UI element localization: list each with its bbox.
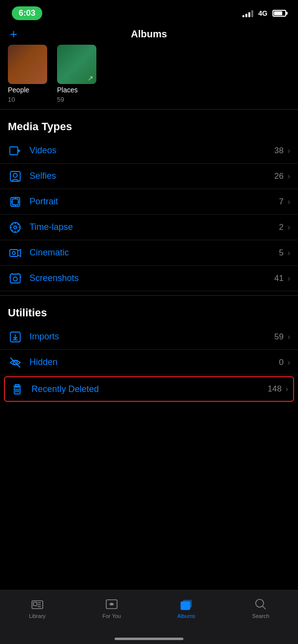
videos-chevron: › [288,146,290,155]
videos-label: Videos [30,145,274,156]
places-count: 59 [57,96,96,103]
places-label: Places [57,86,96,94]
tab-search[interactable]: Search [224,595,298,619]
imports-chevron: › [288,333,290,341]
svg-line-17 [18,230,19,231]
add-album-button[interactable]: + [10,27,17,42]
video-icon [8,143,23,158]
svg-rect-2 [10,171,20,181]
hidden-count: 0 [279,358,283,367]
tab-albums[interactable]: Albums [149,595,224,619]
tab-for-you[interactable]: For You [75,595,149,619]
svg-rect-5 [12,199,18,205]
import-icon [8,330,23,344]
albums-tab-label: Albums [177,613,195,619]
svg-line-18 [12,230,13,231]
page-title: Albums [131,28,167,40]
svg-point-23 [13,277,17,281]
search-icon [254,597,268,611]
cinematic-label: Cinematic [30,248,279,258]
hidden-icon [8,355,23,370]
imports-label: Imports [30,332,274,342]
screenshots-label: Screenshots [30,273,274,283]
trash-icon [10,382,25,396]
portrait-chevron: › [288,197,290,206]
signal-icon [242,9,253,17]
portrait-label: Portrait [30,196,279,207]
timelapse-chevron: › [288,223,290,232]
tab-library[interactable]: Library [0,595,75,619]
recently-deleted-chevron: › [286,385,288,393]
battery-icon [272,10,286,17]
svg-line-42 [263,606,266,609]
selfies-chevron: › [288,172,290,181]
library-icon [30,597,44,611]
svg-point-3 [13,173,17,177]
svg-rect-22 [10,274,20,283]
selfies-label: Selfies [30,171,274,181]
svg-point-21 [12,252,15,254]
imports-item[interactable]: Imports 59 › [0,324,298,350]
media-types-header: Media Types [0,110,298,138]
signal-4g-label: 4G [258,9,268,17]
status-right: 4G [242,9,286,17]
library-tab-label: Library [29,613,46,619]
svg-marker-1 [18,149,21,153]
recently-deleted-count: 148 [268,384,281,394]
search-tab-label: Search [252,613,269,619]
utilities-header: Utilities [0,296,298,324]
cinematic-chevron: › [288,249,290,257]
people-album[interactable]: People 10 [8,45,47,103]
screenshots-item[interactable]: Screenshots 41 › [0,266,298,291]
videos-item[interactable]: Videos 38 › [0,138,298,164]
svg-rect-20 [10,250,18,256]
timelapse-label: Time-lapse [30,222,279,232]
svg-line-16 [12,224,13,224]
svg-line-19 [18,224,19,224]
videos-count: 38 [274,146,284,156]
recently-deleted-item[interactable]: Recently Deleted 148 › [4,376,294,402]
portrait-item[interactable]: Portrait 7 › [0,189,298,215]
svg-rect-40 [183,600,192,608]
cinematic-count: 5 [279,248,283,258]
tab-bar: Library For You Albums Search [0,590,298,644]
screenshots-chevron: › [288,274,290,283]
hidden-label: Hidden [30,357,279,367]
selfies-item[interactable]: Selfies 26 › [0,164,298,189]
portrait-icon [8,195,23,209]
places-album[interactable]: Places 59 [57,45,96,103]
svg-point-11 [14,226,17,229]
timelapse-item[interactable]: Time-lapse 2 › [0,215,298,240]
selfies-count: 26 [274,171,284,181]
svg-rect-34 [33,602,37,606]
people-count: 10 [8,96,47,103]
timelapse-icon [8,220,23,235]
nav-bar: + Albums [0,25,298,45]
cinematic-item[interactable]: Cinematic 5 › [0,240,298,266]
home-indicator [115,638,183,640]
people-label: People [8,86,47,94]
screenshot-icon [8,271,23,286]
imports-count: 59 [274,332,284,342]
cinematic-icon [8,246,23,260]
selfie-icon [8,169,23,184]
for-you-tab-label: For You [102,613,121,619]
top-album-section: People 10 Places 59 [0,45,298,109]
places-thumbnail [57,45,96,84]
timelapse-count: 2 [279,223,283,232]
for-you-icon [105,597,119,611]
albums-icon [179,597,193,611]
people-thumbnail [8,45,47,84]
svg-line-28 [10,358,20,367]
recently-deleted-label: Recently Deleted [31,384,268,394]
svg-point-41 [256,599,264,607]
svg-rect-0 [10,147,18,155]
hidden-chevron: › [288,358,290,367]
hidden-item[interactable]: Hidden 0 › [0,350,298,375]
status-time: 6:03 [12,6,42,20]
portrait-count: 7 [279,197,283,207]
status-bar: 6:03 4G [0,0,298,25]
screenshots-count: 41 [274,274,284,283]
